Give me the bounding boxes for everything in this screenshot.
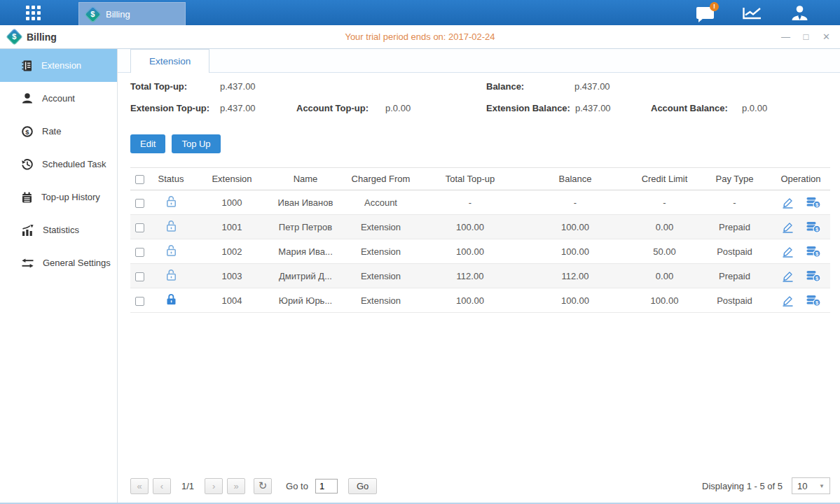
edit-button[interactable]: Edit (130, 134, 165, 153)
select-all-checkbox[interactable] (135, 175, 144, 184)
extension-balance-value: p.437.00 (575, 103, 611, 113)
row-checkbox[interactable] (135, 297, 144, 306)
balance-label: Balance: (486, 81, 524, 92)
topup-coins-icon[interactable]: $ (806, 221, 821, 233)
topup-coins-icon[interactable]: $ (806, 246, 821, 258)
sidebar-item-rate[interactable]: $ Rate (0, 115, 117, 148)
cell-pay-type: - (698, 197, 771, 208)
sidebar-item-statistics[interactable]: Statistics (0, 214, 117, 246)
sliders-icon (22, 258, 34, 268)
sidebar-item-label: Scheduled Task (42, 159, 106, 169)
notifications-icon[interactable]: ! (696, 7, 714, 19)
billing-diamond-icon: $ (6, 28, 22, 45)
cell-balance: 100.00 (519, 222, 631, 232)
svg-text:$: $ (25, 127, 29, 135)
cell-extension: 1004 (193, 295, 270, 306)
table-row: 1000Иван ИвановAccount----$ (130, 190, 830, 215)
pagination-bar: « ‹ 1/1 › » ↻ Go to Go Displaying 1 - 5 … (130, 476, 830, 496)
cell-credit-limit: 0.00 (631, 271, 698, 281)
cell-charged-from: Extension (340, 295, 421, 306)
sidebar-item-topup-history[interactable]: Top-up History (0, 181, 117, 214)
lock-open-icon (166, 195, 177, 207)
cell-total-topup: - (421, 197, 519, 208)
cell-charged-from: Extension (340, 246, 421, 257)
row-checkbox[interactable] (135, 199, 144, 208)
cell-total-topup: 100.00 (421, 222, 519, 232)
cell-total-topup: 100.00 (421, 295, 519, 306)
sidebar-item-label: Top-up History (41, 192, 100, 202)
col-header-name: Name (270, 174, 340, 184)
history-clock-icon (22, 159, 33, 170)
prev-page-button[interactable]: ‹ (153, 478, 171, 494)
ledger-icon (22, 60, 32, 71)
row-checkbox[interactable] (135, 248, 144, 257)
top-up-button[interactable]: Top Up (172, 134, 220, 153)
billing-diamond-icon: $ (84, 6, 101, 22)
goto-page-input[interactable] (315, 479, 338, 493)
row-checkbox[interactable] (135, 223, 144, 232)
cell-name: Петр Петров (270, 222, 340, 232)
topup-coins-icon[interactable]: $ (806, 295, 821, 307)
col-header-extension: Extension (193, 174, 270, 184)
cell-name: Юрий Юрь... (270, 295, 340, 306)
cell-charged-from: Account (340, 197, 421, 208)
sidebar-item-label: Rate (42, 126, 61, 136)
first-page-button[interactable]: « (130, 478, 149, 494)
sidebar-item-label: Account (42, 93, 75, 104)
next-page-button[interactable]: › (205, 478, 223, 494)
table-header-row: Status Extension Name Charged From Total… (130, 167, 830, 190)
cell-extension: 1000 (193, 197, 270, 208)
go-button[interactable]: Go (348, 478, 377, 494)
sidebar-item-general-settings[interactable]: General Settings (0, 246, 117, 279)
cell-credit-limit: 50.00 (631, 246, 698, 257)
top-bar: $ Billing ! (0, 0, 840, 25)
close-icon[interactable]: ✕ (821, 31, 832, 42)
page-size-select[interactable]: 10 ▼ (792, 477, 830, 494)
sidebar-item-scheduled-task[interactable]: Scheduled Task (0, 148, 117, 181)
edit-icon[interactable] (781, 221, 794, 233)
sidebar: Extension Account $ Rate Scheduled Task (0, 49, 118, 503)
sidebar-item-label: Statistics (43, 225, 79, 235)
edit-icon[interactable] (781, 197, 794, 209)
tab-extension[interactable]: Extension (130, 49, 209, 73)
page-size-value: 10 (797, 481, 807, 491)
app-tab-billing[interactable]: $ Billing (78, 2, 186, 25)
sidebar-item-label: Extension (41, 60, 81, 71)
sidebar-item-account[interactable]: Account (0, 82, 117, 115)
apps-grid-icon[interactable] (26, 6, 41, 20)
topup-coins-icon[interactable]: $ (806, 270, 821, 282)
cell-balance: - (519, 197, 631, 208)
col-header-balance: Balance (519, 174, 631, 184)
cell-balance: 100.00 (519, 295, 631, 306)
table-row: 1002Мария Ива...Extension100.00100.0050.… (130, 239, 830, 264)
edit-icon[interactable] (781, 295, 794, 307)
cell-credit-limit: 0.00 (631, 222, 698, 232)
user-account-icon[interactable] (790, 5, 809, 21)
extension-topup-label: Extension Top-up: (130, 103, 209, 113)
reports-chart-icon[interactable] (742, 6, 762, 20)
tab-strip: Extension (118, 49, 840, 73)
topup-coins-icon[interactable]: $ (806, 197, 821, 209)
table-row: 1004Юрий Юрь...Extension100.00100.00100.… (130, 288, 830, 313)
col-header-operation: Operation (771, 174, 830, 184)
minimize-icon[interactable]: — (780, 31, 791, 42)
cell-charged-from: Extension (340, 271, 421, 281)
account-topup-value: p.0.00 (385, 103, 411, 113)
chevron-down-icon: ▼ (819, 483, 825, 489)
cell-pay-type: Prepaid (698, 222, 771, 232)
edit-icon[interactable] (781, 270, 794, 282)
notepad-icon (22, 192, 32, 203)
billing-window: $ Billing ! (0, 0, 840, 504)
cell-extension: 1002 (193, 246, 270, 257)
row-checkbox[interactable] (135, 272, 144, 281)
maximize-icon[interactable]: □ (801, 31, 811, 42)
cell-credit-limit: 100.00 (631, 295, 698, 306)
edit-icon[interactable] (781, 246, 794, 258)
cell-pay-type: Postpaid (698, 246, 771, 257)
sidebar-item-extension[interactable]: Extension (0, 49, 117, 82)
refresh-icon[interactable]: ↻ (254, 478, 272, 494)
table-row: 1001Петр ПетровExtension100.00100.000.00… (130, 215, 830, 239)
total-topup-label: Total Top-up: (130, 81, 187, 92)
last-page-button[interactable]: » (227, 478, 245, 494)
notification-badge: ! (710, 2, 719, 11)
